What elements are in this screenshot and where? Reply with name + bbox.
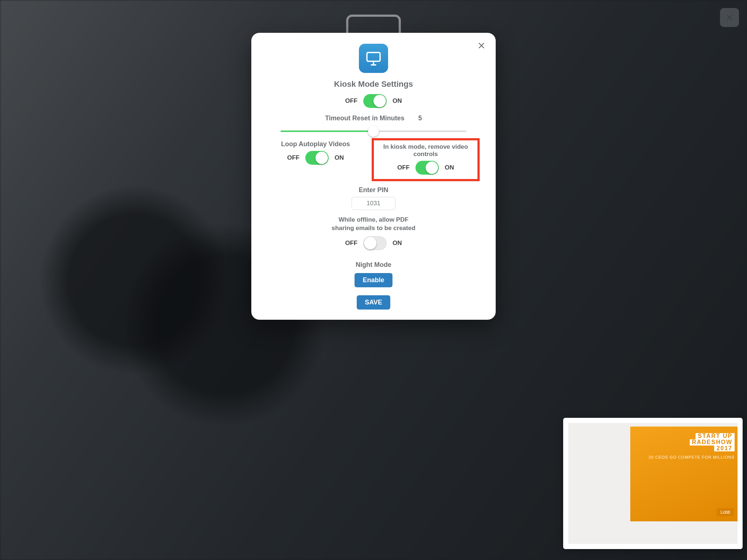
toggle-off-label: OFF (345, 240, 357, 247)
promo-subtext: 20 CEOS GO COMPETE FOR MILLIONS (635, 455, 735, 459)
night-mode-enable-button[interactable]: Enable (355, 273, 392, 287)
toggle-on-label: ON (392, 240, 402, 247)
offline-pdf-label-line2: sharing emails to be created (332, 225, 415, 232)
timeout-slider-section: Timeout Reset in Minutes 5 (280, 114, 467, 137)
pin-input[interactable] (352, 197, 395, 210)
remove-controls-toggle[interactable] (415, 161, 439, 175)
remove-video-controls-section: In kiosk mode, remove video controls OFF… (372, 138, 480, 181)
slider-fill (280, 131, 374, 132)
save-button[interactable]: SAVE (357, 295, 390, 310)
toggle-off-label: OFF (345, 97, 357, 105)
offline-pdf-label-line1: While offline, allow PDF (338, 216, 409, 223)
timeout-label: Timeout Reset in Minutes (325, 114, 405, 122)
promo-card: START UP RADESHOW 2017 20 CEOS GO COMPET… (630, 427, 740, 521)
kiosk-mode-toggle-row: OFF ON (266, 94, 481, 108)
toggle-off-label: OFF (287, 154, 299, 162)
promo-line3: 2017 (714, 446, 735, 452)
loop-videos-toggle[interactable] (305, 151, 329, 165)
toggle-on-label: ON (334, 154, 344, 162)
offline-pdf-toggle[interactable] (363, 236, 387, 250)
kiosk-mode-toggle[interactable] (363, 94, 387, 108)
pin-label: Enter PIN (266, 186, 481, 194)
monitor-icon (365, 50, 382, 67)
night-mode-title: Night Mode (266, 261, 481, 269)
modal-close-button[interactable] (476, 40, 487, 51)
promo-line2: RADESHOW (690, 439, 735, 446)
svg-rect-0 (367, 52, 380, 61)
page-close-button[interactable] (720, 8, 739, 27)
kiosk-app-icon (359, 44, 388, 73)
offline-pdf-label: While offline, allow PDF sharing emails … (266, 216, 481, 233)
background-tablet-mock: START UP RADESHOW 2017 20 CEOS GO COMPET… (563, 418, 743, 549)
toggle-on-label: ON (445, 164, 454, 171)
offline-pdf-toggle-row: OFF ON (266, 236, 481, 250)
promo-line1: START UP (696, 433, 735, 439)
close-icon (725, 13, 734, 22)
remove-controls-label: In kiosk mode, remove video controls (378, 143, 474, 158)
loop-videos-label: Loop Autoplay Videos (267, 140, 364, 148)
close-icon (477, 41, 486, 50)
timeout-value: 5 (418, 114, 422, 122)
toggle-on-label: ON (392, 97, 402, 105)
slider-thumb[interactable] (368, 126, 379, 137)
promo-chip: Lobb (717, 508, 734, 516)
toggle-off-label: OFF (397, 164, 410, 171)
loop-videos-section: Loop Autoplay Videos OFF ON (267, 140, 364, 165)
modal-title: Kiosk Mode Settings (266, 79, 481, 89)
kiosk-settings-modal: Kiosk Mode Settings OFF ON Timeout Reset… (251, 33, 496, 320)
timeout-slider[interactable] (280, 126, 467, 137)
